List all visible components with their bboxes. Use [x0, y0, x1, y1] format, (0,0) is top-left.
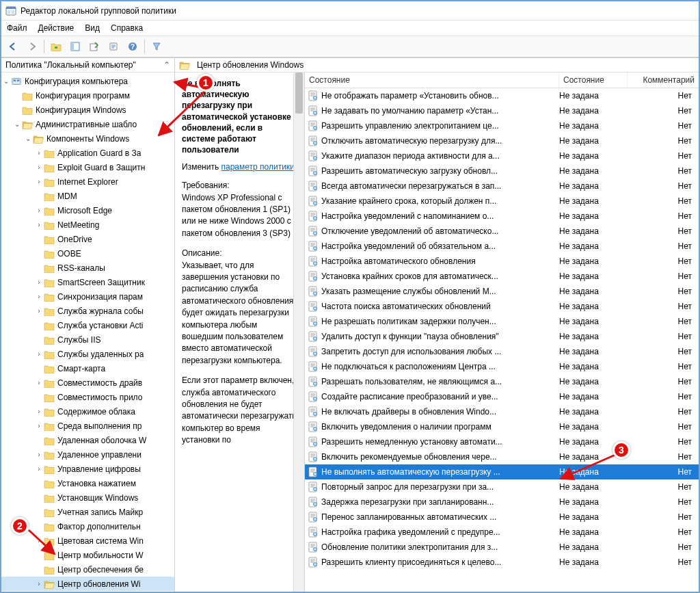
policy-row[interactable]: Перенос запланированных автоматических .…	[305, 510, 699, 525]
policy-row[interactable]: Не разрешать политикам задержки получен.…	[305, 314, 699, 329]
tree-item[interactable]: ›Internet Explorer	[1, 174, 174, 189]
policy-row[interactable]: Удалить доступ к функции "пауза обновлен…	[305, 329, 699, 344]
policy-row[interactable]: Включить рекомендуемые обновления чере..…	[305, 449, 699, 464]
tree-item[interactable]: Учетная запись Майкр	[1, 505, 174, 519]
chevron-right-icon[interactable]: ›	[34, 293, 44, 300]
tree-item[interactable]: ›Application Guard в За	[1, 146, 174, 160]
tree-item[interactable]: ⌄Компоненты Windows	[1, 131, 174, 146]
tree-item[interactable]: Службы IIS	[1, 332, 174, 347]
chevron-down-icon[interactable]: ⌄	[23, 135, 33, 142]
policy-row[interactable]: Настройка автоматического обновления Не …	[305, 254, 699, 269]
policy-row[interactable]: Разрешить автоматическую загрузку обновл…	[305, 163, 699, 179]
policy-row[interactable]: Всегда автоматически перезагружаться в з…	[305, 179, 699, 194]
tree-item[interactable]: OOBE	[1, 246, 174, 261]
policy-row[interactable]: Разрешить немедленную установку автомати…	[305, 434, 699, 449]
column-header-comment[interactable]: Комментарий	[628, 73, 699, 88]
policy-row[interactable]: Укажите диапазон периода активности для …	[305, 148, 699, 163]
properties-button[interactable]	[106, 39, 121, 54]
chevron-right-icon[interactable]: ›	[34, 379, 44, 386]
policy-row[interactable]: Настройка уведомлений с напоминанием о..…	[305, 209, 699, 224]
policy-row[interactable]: Не подключаться к расположениям Центра .…	[305, 359, 699, 374]
back-button[interactable]	[5, 39, 21, 54]
tree-item[interactable]: ⌄Административные шабло	[1, 117, 174, 131]
up-level-button[interactable]	[49, 39, 64, 54]
policy-row[interactable]: Настройка уведомлений об обязательном а.…	[305, 239, 699, 254]
tree-item[interactable]: ›Среда выполнения пр	[1, 419, 174, 433]
chevron-right-icon[interactable]: ›	[34, 537, 44, 544]
chevron-right-icon[interactable]: ›	[34, 163, 44, 171]
policy-row[interactable]: Настройка графика уведомлений с предупре…	[305, 525, 699, 540]
menu-help[interactable]: Справка	[111, 23, 143, 33]
tree-item[interactable]: Установщик Windows	[1, 490, 174, 505]
policy-row[interactable]: Не включать драйверы в обновления Windo.…	[305, 404, 699, 419]
tree-item[interactable]: Конфигурация программ	[1, 88, 174, 103]
chevron-down-icon[interactable]: ⌄	[1, 77, 11, 85]
tree-item[interactable]: Цифровой ящик	[1, 591, 174, 592]
chevron-right-icon[interactable]: ›	[34, 408, 44, 415]
chevron-right-icon[interactable]: ›	[34, 350, 44, 358]
chevron-right-icon[interactable]: ›	[34, 221, 44, 228]
tree-item[interactable]: ›Служба журнала собы	[1, 304, 174, 318]
export-button[interactable]	[87, 39, 102, 54]
tree-item[interactable]: ›Microsoft Edge	[1, 203, 174, 218]
tree-item[interactable]: ›Службы удаленных ра	[1, 347, 174, 361]
tree-item[interactable]: ›Exploit Guard в Защитн	[1, 160, 174, 174]
policy-row[interactable]: Создайте расписание преобразований и уве…	[305, 389, 699, 404]
chevron-right-icon[interactable]: ›	[34, 307, 44, 315]
filter-button[interactable]	[149, 39, 164, 54]
policy-row[interactable]: Разрешить клиенту присоединяться к целев…	[305, 555, 699, 570]
policy-row[interactable]: Задержка перезагрузки при запланированн.…	[305, 495, 699, 510]
policy-row[interactable]: Установка крайних сроков для автоматичес…	[305, 269, 699, 284]
policy-row[interactable]: Не отображать параметр «Установить обнов…	[305, 88, 699, 103]
policy-row[interactable]: Не выполнять автоматическую перезагрузку…	[305, 464, 699, 479]
tree-item[interactable]: Смарт-карта	[1, 361, 174, 375]
chevron-right-icon[interactable]: ›	[34, 149, 44, 157]
tree-item[interactable]: OneDrive	[1, 232, 174, 246]
policy-row[interactable]: Обновление политики электропитания для з…	[305, 540, 699, 555]
show-tree-button[interactable]	[68, 39, 83, 54]
tree-item[interactable]: Служба установки Acti	[1, 318, 174, 332]
policy-row[interactable]: Отключение уведомлений об автоматическо.…	[305, 224, 699, 239]
policy-row[interactable]: Разрешать пользователям, не являющимся а…	[305, 374, 699, 389]
tree-item[interactable]: ›NetMeeting	[1, 218, 174, 232]
tree-item[interactable]: MDM	[1, 189, 174, 203]
policy-row[interactable]: Запретить доступ для использования любых…	[305, 344, 699, 359]
policy-row[interactable]: Не задавать по умолчанию параметр «Устан…	[305, 103, 699, 118]
menu-view[interactable]: Вид	[85, 23, 100, 33]
tree-item[interactable]: ›Содержимое облака	[1, 404, 174, 419]
policy-list[interactable]: Не отображать параметр «Установить обнов…	[305, 88, 699, 592]
chevron-right-icon[interactable]: ›	[34, 278, 44, 286]
menu-file[interactable]: Файл	[7, 23, 27, 33]
chevron-right-icon[interactable]: ›	[34, 422, 44, 430]
tree-item[interactable]: ›SmartScreen Защитник	[1, 275, 174, 289]
edit-policy-link[interactable]: параметр политики	[221, 162, 294, 172]
tree-item[interactable]: ›Управление цифровы	[1, 462, 174, 476]
tree-item[interactable]: Конфигурация Windows	[1, 103, 174, 117]
chevron-right-icon[interactable]: ›	[34, 465, 44, 473]
column-header-name[interactable]: Состояние	[305, 73, 559, 88]
column-header-state[interactable]: Состояние	[559, 73, 628, 88]
policy-row[interactable]: Разрешить управлению электропитанием це.…	[305, 118, 699, 133]
tree-header[interactable]: Политика "Локальный компьютер" ⌃	[1, 58, 174, 73]
tree-item[interactable]: ›Синхронизация парам	[1, 289, 174, 304]
chevron-right-icon[interactable]: ›	[34, 451, 44, 458]
policy-row[interactable]: Отключить автоматическую перезагрузку дл…	[305, 133, 699, 148]
policy-row[interactable]: Частота поиска автоматических обновлений…	[305, 299, 699, 314]
tree-item[interactable]: Центр обеспечения бе	[1, 562, 174, 577]
chevron-right-icon[interactable]: ›	[34, 580, 44, 588]
tree-item[interactable]: Совместимость прило	[1, 390, 174, 404]
scrollbar[interactable]	[293, 73, 304, 592]
tree[interactable]: ⌄Конфигурация компьютераКонфигурация про…	[1, 73, 174, 592]
policy-row[interactable]: Повторный запрос для перезагрузки при за…	[305, 479, 699, 495]
chevron-right-icon[interactable]: ›	[34, 207, 44, 214]
tree-item[interactable]: ›Совместимость драйв	[1, 375, 174, 390]
help-button[interactable]: ?	[125, 39, 140, 54]
tree-item[interactable]: ›Центр обновления Wi	[1, 577, 174, 591]
policy-row[interactable]: Включить уведомления о наличии программ …	[305, 419, 699, 434]
tree-item[interactable]: RSS-каналы	[1, 261, 174, 275]
policy-row[interactable]: Указать размещение службы обновлений M..…	[305, 284, 699, 299]
tree-item[interactable]: ›Удаленное управлени	[1, 447, 174, 462]
chevron-down-icon[interactable]: ⌄	[12, 120, 22, 128]
forward-button[interactable]	[25, 39, 40, 54]
tree-item[interactable]: Установка нажатием	[1, 476, 174, 490]
